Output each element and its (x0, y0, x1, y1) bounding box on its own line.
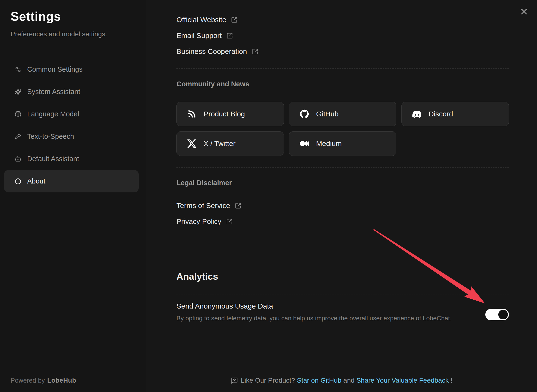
sparkles-icon (15, 89, 21, 95)
sidebar-item-label: About (27, 177, 45, 185)
email-support-link[interactable]: Email Support (176, 28, 233, 44)
page-subtitle: Preferences and model settings. (11, 30, 107, 38)
share-feedback-link[interactable]: Share Your Valuable Feedback (356, 377, 449, 384)
section-divider (176, 68, 509, 69)
discord-button[interactable]: Discord (401, 102, 509, 126)
link-label: Terms of Service (176, 202, 230, 210)
contact-links: Official Website Email Support Business … (176, 12, 258, 59)
sidebar-item-about[interactable]: About (4, 170, 139, 192)
button-label: X / Twitter (204, 139, 236, 148)
sidebar-item-label: System Assistant (27, 88, 80, 96)
link-label: Official Website (176, 16, 226, 24)
terms-of-service-link[interactable]: Terms of Service (176, 198, 241, 214)
link-label: Privacy Policy (176, 217, 221, 226)
section-divider (176, 295, 509, 295)
telemetry-toggle-label: Send Anonymous Usage Data (176, 302, 273, 310)
settings-nav: Common Settings System Assistant Languag… (4, 58, 139, 192)
settings-sidebar: Settings Preferences and model settings.… (0, 0, 146, 392)
mic-icon (15, 133, 21, 140)
page-title: Settings (11, 9, 61, 24)
link-label: Email Support (176, 32, 222, 40)
button-label: Medium (316, 139, 342, 148)
sidebar-item-label: Language Model (27, 110, 79, 118)
sidebar-item-label: Default Assistant (27, 155, 79, 163)
sidebar-item-label: Common Settings (27, 65, 83, 73)
community-buttons: Product Blog GitHub Discord (176, 102, 509, 156)
star-on-github-link[interactable]: Star on GitHub (297, 377, 341, 384)
product-blog-button[interactable]: Product Blog (176, 102, 284, 126)
external-link-icon (226, 32, 233, 39)
external-link-icon (235, 202, 241, 209)
powered-by-text: Powered by (11, 377, 45, 384)
discord-icon (412, 109, 421, 119)
about-content: Contact Us Official Website Email Suppor… (176, 0, 509, 392)
telemetry-toggle-description: By opting to send telemetry data, you ca… (176, 315, 452, 322)
feedback-bubble-icon (231, 377, 238, 384)
privacy-policy-link[interactable]: Privacy Policy (176, 214, 233, 229)
sidebar-item-system-assistant[interactable]: System Assistant (4, 81, 139, 103)
external-link-icon (231, 17, 237, 23)
toggle-knob (498, 310, 508, 319)
settings-modal: Settings Preferences and model settings.… (0, 0, 537, 392)
business-cooperation-link[interactable]: Business Cooperation (176, 44, 258, 59)
telemetry-toggle[interactable] (485, 309, 509, 320)
legal-section-title: Legal Disclaimer (176, 179, 232, 187)
close-icon (519, 7, 529, 16)
github-button[interactable]: GitHub (289, 102, 396, 126)
bot-icon (15, 156, 21, 162)
sliders-icon (15, 66, 21, 73)
contact-section-title: Contact Us (176, 0, 213, 2)
section-divider (176, 167, 509, 168)
medium-icon (300, 139, 309, 148)
external-link-icon (226, 218, 233, 225)
button-label: Product Blog (204, 110, 245, 118)
rss-icon (187, 109, 196, 119)
x-twitter-button[interactable]: X / Twitter (176, 131, 284, 156)
sidebar-item-label: Text-to-Speech (27, 133, 74, 140)
brand-logo[interactable]: LobeHub (47, 377, 76, 384)
sidebar-item-common-settings[interactable]: Common Settings (4, 58, 139, 81)
button-label: GitHub (316, 110, 338, 118)
community-section-title: Community and News (176, 80, 249, 88)
link-label: Business Cooperation (176, 47, 247, 56)
x-logo-icon (187, 139, 196, 148)
close-button[interactable] (519, 7, 529, 16)
brain-icon (15, 111, 21, 118)
sidebar-item-default-assistant[interactable]: Default Assistant (4, 148, 139, 170)
legal-links: Terms of Service Privacy Policy (176, 198, 241, 229)
footer-middle: and (343, 377, 355, 384)
medium-button[interactable]: Medium (289, 131, 396, 156)
powered-by: Powered byLobeHub (11, 377, 76, 384)
official-website-link[interactable]: Official Website (176, 12, 237, 28)
analytics-section-title: Analytics (176, 271, 218, 282)
footer-suffix: ! (450, 377, 452, 384)
sidebar-item-language-model[interactable]: Language Model (4, 103, 139, 125)
footer-prefix: Like Our Product? (241, 377, 295, 384)
sidebar-item-text-to-speech[interactable]: Text-to-Speech (4, 125, 139, 148)
main-footer: Like Our Product? Star on GitHub and Sha… (146, 376, 537, 385)
external-link-icon (252, 48, 258, 55)
info-icon (15, 178, 21, 185)
about-panel: Contact Us Official Website Email Suppor… (146, 0, 537, 392)
github-icon (300, 109, 309, 119)
button-label: Discord (429, 110, 453, 118)
